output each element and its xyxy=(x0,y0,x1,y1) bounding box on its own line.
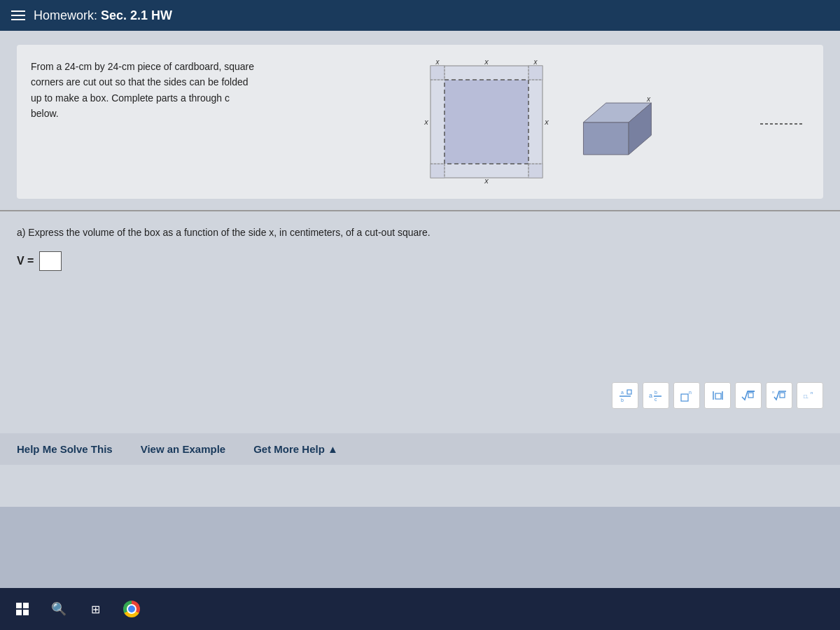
taskbar: 🔍 ⊞ xyxy=(0,588,840,630)
svg-text:c: c xyxy=(654,397,657,402)
power-button[interactable]: n xyxy=(673,382,700,409)
abs-value-button[interactable] xyxy=(704,382,731,409)
svg-rect-4 xyxy=(430,164,444,178)
answer-row: V = xyxy=(17,251,823,271)
svg-rect-41 xyxy=(780,393,785,398)
problem-section: From a 24-cm by 24-cm piece of cardboard… xyxy=(17,45,823,199)
title-bar: Homework: Sec. 2.1 HW xyxy=(0,0,840,31)
chrome-button[interactable] xyxy=(116,594,147,624)
svg-text:n: n xyxy=(689,390,692,395)
flat-cardboard-diagram: x x x x x x xyxy=(424,59,550,185)
svg-text:n: n xyxy=(811,391,813,395)
svg-rect-28 xyxy=(627,390,631,394)
svg-text:x: x xyxy=(435,59,440,66)
svg-rect-1 xyxy=(444,80,528,164)
v-equals-label: V = xyxy=(17,255,34,267)
svg-rect-5 xyxy=(528,164,542,178)
part-a-label: a) Express the volume of the box as a fu… xyxy=(17,225,823,240)
windows-start-button[interactable] xyxy=(7,594,38,624)
svg-text:n: n xyxy=(772,390,774,394)
task-view-button[interactable]: ⊞ xyxy=(80,594,111,624)
svg-text:b: b xyxy=(621,398,624,402)
help-solve-button[interactable]: Help Me Solve This xyxy=(17,443,113,455)
svg-text:x: x xyxy=(544,118,549,126)
search-taskbar-button[interactable]: 🔍 xyxy=(43,594,74,624)
mixed-number-button[interactable]: a b c xyxy=(643,382,669,409)
svg-rect-2 xyxy=(430,66,444,80)
svg-text:a: a xyxy=(649,392,652,399)
svg-rect-33 xyxy=(681,394,688,401)
part-a-section: a) Express the volume of the box as a fu… xyxy=(17,211,823,285)
search-icon: 🔍 xyxy=(51,601,66,617)
more-math-button[interactable]: □. n xyxy=(797,382,823,409)
nth-root-button[interactable]: n xyxy=(766,382,792,409)
svg-text:x: x xyxy=(484,176,489,185)
sqrt-button[interactable] xyxy=(735,382,762,409)
problem-description: From a 24-cm by 24-cm piece of cardboard… xyxy=(31,59,255,122)
page-title: Homework: Sec. 2.1 HW xyxy=(34,8,172,23)
svg-text:x: x xyxy=(533,59,538,66)
get-more-help-button[interactable]: Get More Help ▲ xyxy=(253,443,338,455)
task-view-icon: ⊞ xyxy=(91,603,100,616)
svg-text:x: x xyxy=(424,118,428,126)
svg-text:a: a xyxy=(621,390,624,395)
windows-icon xyxy=(16,603,29,615)
math-toolbar: a b a b c n xyxy=(612,382,823,409)
svg-marker-20 xyxy=(583,122,629,155)
svg-text:x: x xyxy=(484,59,489,66)
chrome-icon xyxy=(123,601,140,617)
svg-rect-36 xyxy=(715,393,721,399)
diagram-area: x x x x x x xyxy=(269,59,809,185)
hamburger-menu[interactable] xyxy=(11,10,25,20)
svg-text:x: x xyxy=(646,95,651,103)
answer-input[interactable] xyxy=(39,251,62,271)
main-content: From a 24-cm by 24-cm piece of cardboard… xyxy=(0,31,840,507)
fraction-button[interactable]: a b xyxy=(612,382,638,409)
3d-box-diagram: x xyxy=(570,87,654,157)
svg-text:□.: □. xyxy=(804,393,808,400)
svg-rect-3 xyxy=(528,66,542,80)
svg-rect-39 xyxy=(748,393,753,398)
view-example-button[interactable]: View an Example xyxy=(141,443,225,455)
svg-text:b: b xyxy=(654,390,657,395)
bottom-action-bar: Help Me Solve This View an Example Get M… xyxy=(0,433,840,465)
